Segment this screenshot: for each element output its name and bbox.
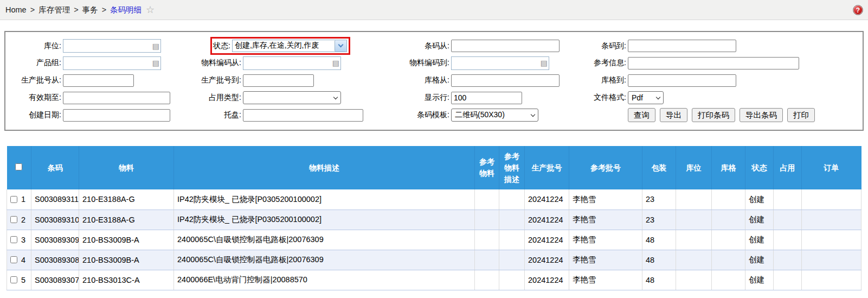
- cell-status: 创建: [745, 250, 774, 270]
- cell-occupy: [774, 250, 802, 270]
- row-checkbox[interactable]: [10, 216, 17, 223]
- cell-package: 48: [642, 270, 676, 290]
- table-row: 5 S003089307 210-BS3013C-A 2400066E\电动背门…: [7, 270, 861, 290]
- header-ref-batch: 参考批号: [569, 146, 642, 189]
- cell-ref-batch: 李艳雪: [569, 230, 642, 250]
- row-index: 2: [21, 215, 25, 224]
- location-input-field[interactable]: [63, 40, 151, 52]
- cell-status: 创建: [745, 189, 774, 210]
- export-barcode-button[interactable]: 导出条码: [740, 108, 783, 122]
- cell-location: [676, 189, 712, 210]
- create-date-label: 创建日期:: [5, 110, 63, 120]
- row-checkbox[interactable]: [10, 276, 17, 283]
- cell-order: [802, 270, 861, 290]
- file-format-value: Pdf: [632, 93, 643, 102]
- item-code-from-input-field[interactable]: [243, 57, 331, 69]
- product-group-label: 产品组:: [5, 58, 63, 68]
- cell-ref-item: [475, 270, 499, 290]
- cell-item-desc: 2400065C\自吸锁控制器电路板|20076309: [174, 250, 475, 270]
- bin-to-input[interactable]: [628, 74, 736, 87]
- help-icon[interactable]: ?: [853, 5, 863, 15]
- create-date-input[interactable]: [63, 109, 170, 122]
- display-rows-label: 显示行:: [402, 93, 451, 103]
- prod-batch-to-input[interactable]: [243, 74, 314, 87]
- print-barcode-button[interactable]: 打印条码: [692, 108, 735, 122]
- cell-item: 210-BS3009B-A: [79, 250, 174, 270]
- lookup-icon[interactable]: ▤: [332, 59, 339, 67]
- row-checkbox[interactable]: [10, 236, 17, 243]
- pallet-input[interactable]: [243, 109, 363, 122]
- cell-occupy: [774, 210, 802, 230]
- cell-occupy: [774, 230, 802, 250]
- lookup-icon[interactable]: ▤: [152, 59, 159, 67]
- cell-item: 210-BS3013C-A: [79, 270, 174, 290]
- cell-package: 48: [642, 250, 676, 270]
- cell-status: 创建: [745, 270, 774, 290]
- cell-status: 创建: [745, 230, 774, 250]
- breadcrumb-transaction[interactable]: 事务: [82, 5, 98, 15]
- table-row: 4 S003089308 210-BS3009B-A 2400065C\自吸锁控…: [7, 250, 861, 270]
- cell-item: 210-E3188A-G: [79, 210, 174, 230]
- header-occupy: 占用: [774, 146, 802, 189]
- header-status: 状态: [745, 146, 774, 189]
- table-row: 1 S003089311 210-E3188A-G IP42防夹模块_ 已烧录[…: [7, 189, 861, 210]
- row-index: 5: [21, 276, 25, 284]
- breadcrumb-inventory[interactable]: 库存管理: [38, 5, 70, 15]
- item-code-to-input[interactable]: ▤: [451, 56, 549, 70]
- status-multiselect[interactable]: 创建,库存,在途,关闭,作废: [232, 40, 347, 52]
- location-input[interactable]: ▤: [63, 39, 161, 53]
- breadcrumb-barcode-detail[interactable]: 条码明细: [110, 5, 142, 15]
- cell-prod-batch: 20241224: [525, 210, 569, 230]
- item-code-from-input[interactable]: ▤: [243, 56, 341, 70]
- favorite-star-icon[interactable]: ☆: [146, 5, 155, 15]
- cell-bin: [712, 210, 745, 230]
- bin-from-input[interactable]: [451, 74, 560, 87]
- print-button[interactable]: 打印: [787, 108, 815, 122]
- status-highlight-box: 状态: 创建,库存,在途,关闭,作废: [210, 37, 350, 55]
- cell-order: [802, 210, 861, 230]
- cell-location: [676, 230, 712, 250]
- query-button[interactable]: 查询: [628, 108, 655, 122]
- file-format-select[interactable]: Pdf: [628, 91, 664, 104]
- display-rows-input[interactable]: [451, 92, 522, 104]
- cell-item-desc: 2400066E\电动背门控制器|20088570: [174, 270, 475, 290]
- occupy-type-label: 占用类型:: [185, 93, 243, 103]
- prod-batch-from-input[interactable]: [63, 74, 134, 87]
- row-checkbox[interactable]: [10, 256, 17, 263]
- cell-item: 210-BS3009B-A: [79, 230, 174, 250]
- cell-bin: [712, 230, 745, 250]
- item-code-to-input-field[interactable]: [452, 57, 539, 69]
- breadcrumb-home[interactable]: Home: [5, 5, 27, 14]
- barcode-template-select[interactable]: 二维码(50X30): [451, 109, 538, 122]
- product-group-input[interactable]: ▤: [63, 56, 161, 70]
- cell-location: [676, 270, 712, 290]
- pallet-label: 托盘:: [185, 110, 243, 120]
- occupy-type-select[interactable]: [243, 91, 341, 104]
- select-all-checkbox[interactable]: [15, 163, 22, 170]
- cell-prod-batch: 20241224: [525, 270, 569, 290]
- cell-location: [676, 250, 712, 270]
- cell-location: [676, 210, 712, 230]
- barcode-to-input[interactable]: [628, 40, 736, 52]
- cell-ref-item-desc: [499, 230, 525, 250]
- row-checkbox[interactable]: [10, 196, 17, 203]
- cell-occupy: [774, 270, 802, 290]
- barcode-template-value: 二维码(50X30): [455, 110, 505, 120]
- product-group-input-field[interactable]: [63, 57, 151, 69]
- cell-order: [802, 250, 861, 270]
- cell-package: 23: [642, 210, 676, 230]
- cell-ref-item: [475, 230, 499, 250]
- lookup-icon[interactable]: ▤: [541, 59, 548, 67]
- cell-item-desc: 2400065C\自吸锁控制器电路板|20076309: [174, 230, 475, 250]
- chevron-down-icon: [531, 112, 535, 116]
- status-dropdown-button[interactable]: [335, 40, 346, 52]
- cell-bin: [712, 189, 745, 210]
- barcode-from-input[interactable]: [451, 40, 560, 52]
- valid-until-input[interactable]: [63, 92, 170, 104]
- export-button[interactable]: 导出: [660, 108, 687, 122]
- cell-ref-item: [475, 210, 499, 230]
- ref-info-input[interactable]: [628, 57, 799, 69]
- lookup-icon[interactable]: ▤: [152, 42, 159, 50]
- chevron-down-icon: [656, 94, 660, 99]
- header-ref-item-desc: 参考物料描述: [499, 146, 525, 189]
